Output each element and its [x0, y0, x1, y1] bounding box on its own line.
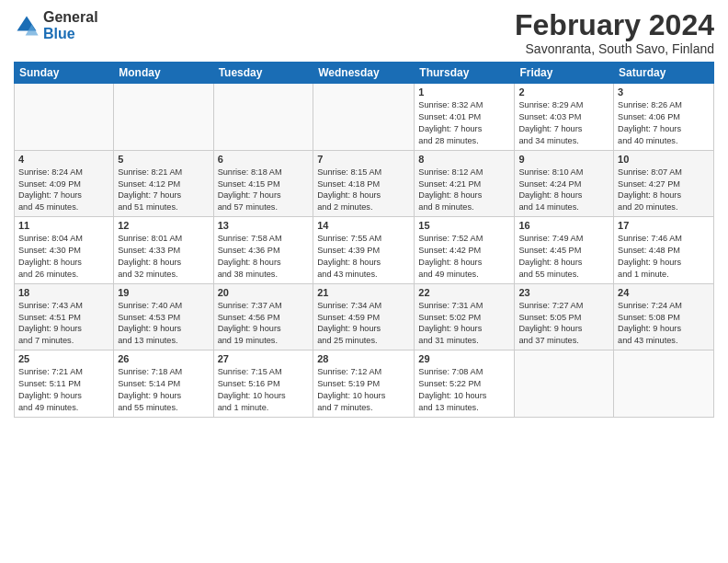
day-number: 28 [317, 353, 410, 364]
calendar-cell [15, 84, 114, 151]
calendar-cell: 23Sunrise: 7:27 AM Sunset: 5:05 PM Dayli… [515, 283, 614, 350]
day-number: 3 [618, 86, 710, 98]
header-wednesday: Wednesday [313, 63, 415, 84]
day-info: Sunrise: 7:37 AM Sunset: 4:56 PM Dayligh… [218, 300, 310, 348]
calendar-cell: 29Sunrise: 7:08 AM Sunset: 5:22 PM Dayli… [415, 350, 515, 418]
week-row-4: 18Sunrise: 7:43 AM Sunset: 4:51 PM Dayli… [15, 283, 714, 350]
day-info: Sunrise: 8:12 AM Sunset: 4:21 PM Dayligh… [418, 167, 510, 214]
day-info: Sunrise: 8:26 AM Sunset: 4:06 PM Dayligh… [618, 99, 710, 147]
logo-general: General [43, 9, 98, 26]
calendar-cell: 1Sunrise: 8:32 AM Sunset: 4:01 PM Daylig… [415, 84, 515, 151]
calendar-cell: 15Sunrise: 7:52 AM Sunset: 4:42 PM Dayli… [415, 217, 515, 284]
calendar-cell: 13Sunrise: 7:58 AM Sunset: 4:36 PM Dayli… [213, 217, 313, 284]
title-block: February 2024 Savonranta, South Savo, Fi… [515, 9, 714, 56]
header-sunday: Sunday [15, 63, 114, 84]
day-info: Sunrise: 7:31 AM Sunset: 5:02 PM Dayligh… [418, 300, 510, 348]
day-info: Sunrise: 8:15 AM Sunset: 4:18 PM Dayligh… [317, 167, 410, 214]
week-row-2: 4Sunrise: 8:24 AM Sunset: 4:09 PM Daylig… [15, 150, 714, 217]
day-info: Sunrise: 7:15 AM Sunset: 5:16 PM Dayligh… [218, 366, 310, 414]
day-info: Sunrise: 8:29 AM Sunset: 4:03 PM Dayligh… [518, 99, 609, 147]
calendar-cell: 8Sunrise: 8:12 AM Sunset: 4:21 PM Daylig… [415, 150, 515, 217]
day-info: Sunrise: 8:04 AM Sunset: 4:30 PM Dayligh… [18, 233, 109, 281]
day-info: Sunrise: 7:08 AM Sunset: 5:22 PM Dayligh… [418, 366, 510, 414]
calendar-cell: 20Sunrise: 7:37 AM Sunset: 4:56 PM Dayli… [213, 283, 313, 350]
calendar-cell: 24Sunrise: 7:24 AM Sunset: 5:08 PM Dayli… [614, 283, 714, 350]
day-number: 11 [18, 220, 109, 231]
logo: General Blue [14, 9, 98, 41]
day-number: 26 [118, 353, 209, 364]
calendar-cell [614, 350, 714, 418]
day-number: 18 [18, 287, 109, 298]
week-row-3: 11Sunrise: 8:04 AM Sunset: 4:30 PM Dayli… [15, 217, 714, 284]
day-number: 22 [418, 287, 510, 298]
day-info: Sunrise: 7:58 AM Sunset: 4:36 PM Dayligh… [218, 233, 310, 281]
day-info: Sunrise: 8:21 AM Sunset: 4:12 PM Dayligh… [118, 167, 209, 214]
calendar-cell: 2Sunrise: 8:29 AM Sunset: 4:03 PM Daylig… [515, 84, 614, 151]
calendar-cell [213, 84, 313, 151]
day-number: 13 [218, 220, 310, 231]
day-info: Sunrise: 7:12 AM Sunset: 5:19 PM Dayligh… [317, 366, 410, 414]
calendar-cell: 6Sunrise: 8:18 AM Sunset: 4:15 PM Daylig… [213, 150, 313, 217]
month-title: February 2024 [515, 9, 714, 41]
day-info: Sunrise: 7:27 AM Sunset: 5:05 PM Dayligh… [518, 300, 609, 348]
calendar-cell: 19Sunrise: 7:40 AM Sunset: 4:53 PM Dayli… [114, 283, 213, 350]
day-number: 5 [118, 154, 209, 165]
day-number: 2 [518, 86, 609, 98]
day-number: 17 [618, 220, 710, 231]
day-info: Sunrise: 8:07 AM Sunset: 4:27 PM Dayligh… [618, 167, 710, 214]
calendar-cell: 10Sunrise: 8:07 AM Sunset: 4:27 PM Dayli… [614, 150, 714, 217]
day-info: Sunrise: 8:24 AM Sunset: 4:09 PM Dayligh… [18, 167, 109, 214]
day-number: 23 [518, 287, 609, 298]
day-number: 29 [418, 353, 510, 364]
header-tuesday: Tuesday [213, 63, 313, 84]
week-row-1: 1Sunrise: 8:32 AM Sunset: 4:01 PM Daylig… [15, 84, 714, 151]
week-row-5: 25Sunrise: 7:21 AM Sunset: 5:11 PM Dayli… [15, 350, 714, 418]
calendar-cell: 17Sunrise: 7:46 AM Sunset: 4:48 PM Dayli… [614, 217, 714, 284]
calendar-cell: 22Sunrise: 7:31 AM Sunset: 5:02 PM Dayli… [415, 283, 515, 350]
day-info: Sunrise: 7:52 AM Sunset: 4:42 PM Dayligh… [418, 233, 510, 281]
day-info: Sunrise: 7:40 AM Sunset: 4:53 PM Dayligh… [118, 300, 209, 348]
calendar-cell: 7Sunrise: 8:15 AM Sunset: 4:18 PM Daylig… [313, 150, 415, 217]
calendar-cell: 28Sunrise: 7:12 AM Sunset: 5:19 PM Dayli… [313, 350, 415, 418]
day-info: Sunrise: 7:46 AM Sunset: 4:48 PM Dayligh… [618, 233, 710, 281]
calendar-cell: 25Sunrise: 7:21 AM Sunset: 5:11 PM Dayli… [15, 350, 114, 418]
header-friday: Friday [515, 63, 614, 84]
calendar-cell: 12Sunrise: 8:01 AM Sunset: 4:33 PM Dayli… [114, 217, 213, 284]
header-saturday: Saturday [614, 63, 714, 84]
day-info: Sunrise: 7:34 AM Sunset: 4:59 PM Dayligh… [317, 300, 410, 348]
day-info: Sunrise: 7:55 AM Sunset: 4:39 PM Dayligh… [317, 233, 410, 281]
location-subtitle: Savonranta, South Savo, Finland [515, 41, 714, 56]
calendar-cell [313, 84, 415, 151]
calendar-cell: 21Sunrise: 7:34 AM Sunset: 4:59 PM Dayli… [313, 283, 415, 350]
calendar-header-row: Sunday Monday Tuesday Wednesday Thursday… [15, 63, 714, 84]
page: General Blue February 2024 Savonranta, S… [0, 0, 728, 563]
day-info: Sunrise: 7:24 AM Sunset: 5:08 PM Dayligh… [618, 300, 710, 348]
logo-text: General Blue [43, 9, 98, 41]
day-info: Sunrise: 7:49 AM Sunset: 4:45 PM Dayligh… [518, 233, 609, 281]
calendar-cell: 26Sunrise: 7:18 AM Sunset: 5:14 PM Dayli… [114, 350, 213, 418]
day-number: 14 [317, 220, 410, 231]
calendar-cell [515, 350, 614, 418]
day-info: Sunrise: 8:10 AM Sunset: 4:24 PM Dayligh… [518, 167, 609, 214]
day-number: 4 [18, 154, 109, 165]
day-info: Sunrise: 7:43 AM Sunset: 4:51 PM Dayligh… [18, 300, 109, 348]
day-number: 24 [618, 287, 710, 298]
day-number: 8 [418, 154, 510, 165]
calendar-cell: 11Sunrise: 8:04 AM Sunset: 4:30 PM Dayli… [15, 217, 114, 284]
day-number: 1 [418, 86, 510, 98]
day-info: Sunrise: 8:18 AM Sunset: 4:15 PM Dayligh… [218, 167, 310, 214]
calendar-cell: 16Sunrise: 7:49 AM Sunset: 4:45 PM Dayli… [515, 217, 614, 284]
header-monday: Monday [114, 63, 213, 84]
logo-icon [14, 13, 40, 39]
header: General Blue February 2024 Savonranta, S… [14, 9, 714, 56]
calendar-table: Sunday Monday Tuesday Wednesday Thursday… [14, 62, 714, 418]
calendar-cell: 27Sunrise: 7:15 AM Sunset: 5:16 PM Dayli… [213, 350, 313, 418]
header-thursday: Thursday [415, 63, 515, 84]
calendar-cell: 4Sunrise: 8:24 AM Sunset: 4:09 PM Daylig… [15, 150, 114, 217]
day-number: 15 [418, 220, 510, 231]
day-info: Sunrise: 8:01 AM Sunset: 4:33 PM Dayligh… [118, 233, 209, 281]
day-number: 12 [118, 220, 209, 231]
calendar-cell: 5Sunrise: 8:21 AM Sunset: 4:12 PM Daylig… [114, 150, 213, 217]
day-number: 20 [218, 287, 310, 298]
day-number: 7 [317, 154, 410, 165]
